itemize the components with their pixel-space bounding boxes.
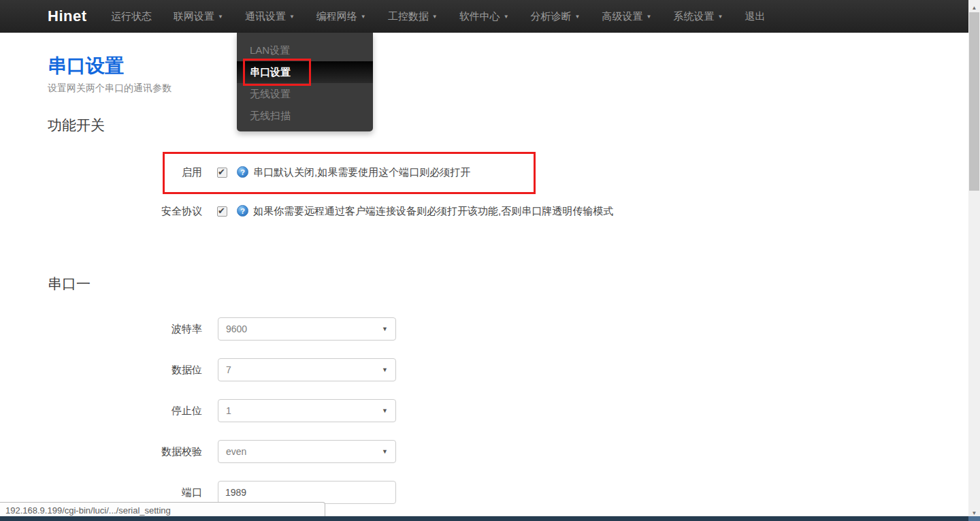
scroll-down-button[interactable]: ▼ — [968, 505, 980, 517]
nav-item-network-settings[interactable]: 联网设置▼ — [163, 0, 234, 33]
nav-item-system-settings[interactable]: 系统设置▼ — [662, 0, 734, 33]
help-icon: ? — [237, 205, 248, 217]
dropdown-arrow-icon: ▼ — [382, 441, 388, 462]
port-input[interactable] — [218, 481, 396, 504]
enable-help-text: 串口默认关闭,如果需要使用这个端口则必须打开 — [253, 161, 470, 184]
stop-bits-label: 停止位 — [48, 399, 202, 422]
dropdown-item-lan-settings[interactable]: LAN设置 — [237, 40, 373, 61]
parity-label: 数据校验 — [48, 440, 202, 463]
brand-logo[interactable]: Hinet — [48, 0, 87, 33]
enable-label: 启用 — [48, 161, 202, 184]
nav-item-advanced-settings[interactable]: 高级设置▼ — [591, 0, 663, 33]
parity-value: even — [226, 441, 246, 462]
caret-down-icon: ▼ — [361, 14, 366, 20]
secure-protocol-help-text: 如果你需要远程通过客户端连接设备则必须打开该功能,否则串口牌透明传输模式 — [253, 200, 613, 223]
caret-down-icon: ▼ — [504, 14, 509, 20]
section-heading-function-switch: 功能开关 — [48, 116, 105, 135]
dropdown-item-serial-settings[interactable]: 串口设置 — [237, 61, 373, 83]
scrollbar-thumb[interactable] — [969, 12, 979, 191]
bottom-edge-strip-right — [968, 516, 980, 521]
baud-rate-value: 9600 — [226, 318, 247, 340]
parity-row: 数据校验 even ▼ — [0, 440, 612, 463]
port-row: 端口 — [0, 481, 612, 504]
dropdown-arrow-icon: ▼ — [382, 318, 388, 340]
help-icon: ? — [237, 166, 248, 178]
dropdown-item-wireless-scan[interactable]: 无线扫描 — [237, 105, 373, 127]
page-title: 串口设置 — [48, 53, 124, 79]
nav-item-industrial-data[interactable]: 工控数据▼ — [377, 0, 448, 33]
baud-rate-label: 波特率 — [48, 317, 202, 341]
nav-item-analysis-diagnosis[interactable]: 分析诊断▼ — [520, 0, 591, 33]
scroll-up-button[interactable]: ▲ — [968, 0, 980, 12]
caret-down-icon: ▼ — [575, 14, 581, 20]
dropdown-item-wireless-settings[interactable]: 无线设置 — [237, 83, 373, 105]
data-bits-value: 7 — [226, 359, 231, 381]
enable-checkbox[interactable]: ✔ — [217, 168, 227, 178]
data-bits-select[interactable]: 7 ▼ — [218, 358, 396, 381]
secure-protocol-label: 安全协议 — [48, 200, 202, 223]
nav-item-running-status[interactable]: 运行状态 — [100, 0, 163, 33]
screen: Hinet 运行状态 联网设置▼ 通讯设置▼ 编程网络▼ 工控数据▼ 软件中心▼… — [0, 0, 980, 521]
caret-down-icon: ▼ — [647, 14, 652, 20]
port-label: 端口 — [48, 481, 202, 504]
enable-row: 启用 ✔ ? 串口默认关闭,如果需要使用这个端口则必须打开 — [0, 161, 749, 184]
data-bits-row: 数据位 7 ▼ — [0, 358, 612, 381]
nav-item-software-center[interactable]: 软件中心▼ — [448, 0, 520, 33]
baud-rate-select[interactable]: 9600 ▼ — [218, 317, 396, 341]
section-heading-serial-one: 串口一 — [48, 274, 91, 294]
scroll-up-icon: ▲ — [972, 5, 977, 11]
top-navbar: Hinet 运行状态 联网设置▼ 通讯设置▼ 编程网络▼ 工控数据▼ 软件中心▼… — [0, 0, 968, 33]
page-subtitle: 设置网关两个串口的通讯参数 — [48, 82, 172, 95]
check-icon: ✔ — [218, 206, 225, 216]
main-nav: 运行状态 联网设置▼ 通讯设置▼ 编程网络▼ 工控数据▼ 软件中心▼ 分析诊断▼… — [100, 0, 776, 33]
parity-select[interactable]: even ▼ — [218, 440, 396, 463]
bottom-edge-strip — [0, 516, 980, 521]
check-icon: ✔ — [218, 167, 225, 177]
stop-bits-select[interactable]: 1 ▼ — [218, 399, 396, 422]
scroll-down-icon: ▼ — [972, 510, 977, 516]
stop-bits-value: 1 — [226, 400, 231, 422]
nav-item-comm-settings[interactable]: 通讯设置▼ — [234, 0, 306, 33]
comm-settings-dropdown-menu: LAN设置 串口设置 无线设置 无线扫描 — [237, 33, 373, 131]
caret-down-icon: ▼ — [218, 14, 223, 20]
stop-bits-row: 停止位 1 ▼ — [0, 399, 612, 422]
data-bits-label: 数据位 — [48, 358, 202, 381]
caret-down-icon: ▼ — [289, 14, 295, 20]
baud-rate-row: 波特率 9600 ▼ — [0, 317, 612, 341]
caret-down-icon: ▼ — [432, 14, 438, 20]
dropdown-arrow-icon: ▼ — [382, 400, 388, 422]
dropdown-arrow-icon: ▼ — [382, 359, 388, 381]
nav-item-programming-network[interactable]: 编程网络▼ — [306, 0, 377, 33]
vertical-scrollbar[interactable]: ▲ ▼ — [968, 0, 980, 517]
caret-down-icon: ▼ — [717, 14, 723, 20]
secure-protocol-checkbox[interactable]: ✔ — [217, 206, 227, 217]
secure-protocol-row: 安全协议 ✔ ? 如果你需要远程通过客户端连接设备则必须打开该功能,否则串口牌透… — [0, 200, 749, 223]
nav-item-logout[interactable]: 退出 — [734, 0, 776, 33]
